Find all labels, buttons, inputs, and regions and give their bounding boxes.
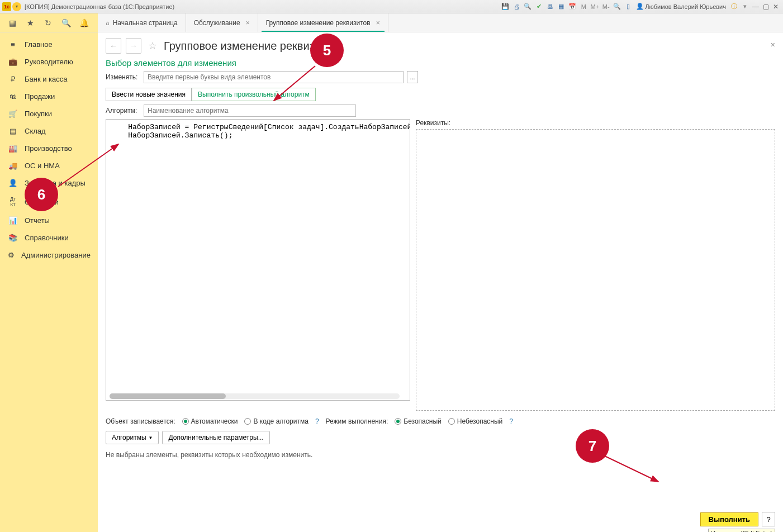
m-plus-button[interactable]: M+ bbox=[590, 2, 600, 12]
minimize-button[interactable]: — bbox=[751, 2, 761, 12]
maximize-button[interactable]: ▢ bbox=[761, 2, 771, 12]
sidebar-item-sales[interactable]: 🛍Продажи bbox=[0, 88, 98, 105]
briefcase-icon: 💼 bbox=[8, 58, 18, 66]
code-text: НаборЗаписей = РегистрыСведений[Список з… bbox=[111, 123, 410, 140]
nav-back-button[interactable]: ← bbox=[106, 38, 121, 54]
print2-icon[interactable]: 🖶 bbox=[545, 2, 555, 12]
close-page-icon[interactable]: × bbox=[771, 40, 775, 49]
tab-service-label: Обслуживание bbox=[194, 19, 240, 27]
chart-icon: 📊 bbox=[8, 216, 18, 225]
tab-home[interactable]: ⌂Начальная страница bbox=[98, 13, 186, 32]
layout-icon[interactable]: ▯ bbox=[623, 2, 633, 12]
sidebar-item-refs[interactable]: 📚Справочники bbox=[0, 229, 98, 246]
home-icon: ⌂ bbox=[106, 20, 110, 26]
mode-new-values-button[interactable]: Ввести новые значения bbox=[106, 88, 192, 101]
work-area: НаборЗаписей = РегистрыСведений[Список з… bbox=[106, 119, 775, 411]
section-title: Выбор элементов для изменения bbox=[106, 58, 775, 68]
tab-home-label: Начальная страница bbox=[113, 19, 178, 27]
sidebar-item-warehouse[interactable]: ▤Склад bbox=[0, 122, 98, 140]
requisites-box[interactable] bbox=[416, 129, 775, 411]
bag-icon: 🛍 bbox=[8, 92, 18, 101]
change-input[interactable] bbox=[144, 71, 404, 83]
execute-button[interactable]: Выполнить bbox=[700, 512, 758, 526]
zoom-icon[interactable]: 🔍 bbox=[612, 2, 622, 12]
extra-params-button[interactable]: Дополнительные параметры... bbox=[162, 431, 269, 444]
radio-in-code[interactable]: В коде алгоритма bbox=[244, 417, 308, 425]
sidebar-label: Банк и касса bbox=[25, 75, 68, 83]
tab-service[interactable]: Обслуживание× bbox=[186, 13, 258, 32]
factory-icon: 🏭 bbox=[8, 144, 18, 153]
sidebar-label: Покупки bbox=[25, 110, 52, 118]
favorite-star-icon[interactable]: ☆ bbox=[148, 40, 157, 52]
sidebar-item-purchases[interactable]: 🛒Покупки bbox=[0, 105, 98, 122]
code-scrollbar[interactable] bbox=[110, 393, 400, 399]
sidebar-item-admin[interactable]: ⚙Администрирование bbox=[0, 246, 98, 264]
help-write-icon[interactable]: ? bbox=[315, 417, 319, 425]
apps-icon[interactable]: ▦ bbox=[7, 17, 18, 28]
algorithm-label: Алгоритм: bbox=[106, 107, 140, 115]
calendar-icon[interactable]: 📅 bbox=[567, 2, 577, 12]
table-icon[interactable]: ▦ bbox=[556, 2, 566, 12]
sidebar-item-manager[interactable]: 💼Руководителю bbox=[0, 53, 98, 70]
radio-unsafe-label: Небезопасный bbox=[457, 417, 503, 425]
radio-unsafe[interactable]: Небезопасный bbox=[448, 417, 503, 425]
tab-service-close-icon[interactable]: × bbox=[246, 19, 250, 27]
radio-safe-label: Безопасный bbox=[404, 417, 441, 425]
bell-icon[interactable]: 🔔 bbox=[78, 17, 89, 28]
nav-forward-button[interactable]: → bbox=[126, 38, 141, 54]
sidebar: ≡Главное 💼Руководителю ₽Банк и касса 🛍Пр… bbox=[0, 32, 98, 532]
toolbar-shortcuts: ▦ ★ ↻ 🔍 🔔 bbox=[0, 13, 98, 32]
options-row: Объект записывается: Автоматически В код… bbox=[106, 417, 775, 425]
truck-icon: 🚚 bbox=[8, 162, 18, 170]
main-content: ← → ☆ Групповое изменение реквизитов × В… bbox=[98, 32, 783, 532]
sidebar-item-production[interactable]: 🏭Производство bbox=[0, 140, 98, 157]
tab-group-change[interactable]: Групповое изменение реквизитов× bbox=[258, 13, 388, 32]
tab-group-close-icon[interactable]: × bbox=[376, 19, 380, 27]
cart-icon: 🛒 bbox=[8, 110, 18, 118]
titlebar: 1c ▾ [КОПИЯ] Демонстрационная база (1С:П… bbox=[0, 0, 783, 13]
m-button[interactable]: M bbox=[578, 2, 589, 12]
book-icon: 📚 bbox=[8, 234, 18, 242]
bottom-actions: Выполнить ? bbox=[700, 512, 775, 526]
dropdown2-icon[interactable]: ▾ bbox=[740, 2, 750, 12]
mode-algorithm-button[interactable]: Выполнить произвольный алгоритм bbox=[192, 88, 316, 101]
sidebar-label: Главное bbox=[25, 40, 53, 49]
algorithm-input[interactable] bbox=[144, 104, 356, 117]
change-field-row: Изменять: ... bbox=[106, 71, 775, 83]
annotation-5: 5 bbox=[310, 34, 344, 67]
sidebar-label: Справочники bbox=[25, 234, 69, 242]
save-icon[interactable]: 💾 bbox=[500, 2, 510, 12]
close-window-button[interactable]: ✕ bbox=[771, 2, 781, 12]
info-icon[interactable]: ⓘ bbox=[729, 2, 739, 12]
compare-icon[interactable]: ✔ bbox=[534, 2, 544, 12]
sidebar-item-bank[interactable]: ₽Банк и касса bbox=[0, 70, 98, 88]
m-minus-button[interactable]: M- bbox=[601, 2, 611, 12]
help-mode-icon[interactable]: ? bbox=[509, 417, 513, 425]
code-editor[interactable]: НаборЗаписей = РегистрыСведений[Список з… bbox=[106, 119, 410, 401]
mode-buttons: Ввести новые значения Выполнить произвол… bbox=[106, 88, 775, 101]
star-icon[interactable]: ★ bbox=[25, 17, 36, 28]
radio-dot-icon bbox=[244, 418, 251, 425]
sidebar-item-reports[interactable]: 📊Отчеты bbox=[0, 212, 98, 229]
print-icon[interactable]: 🖨 bbox=[511, 2, 521, 12]
window-title: [КОПИЯ] Демонстрационная база (1С:Предпр… bbox=[25, 3, 174, 10]
algorithms-button[interactable]: Алгоритмы▼ bbox=[106, 431, 159, 444]
gear-icon: ⚙ bbox=[8, 251, 15, 259]
code-scrollbar-thumb[interactable] bbox=[110, 393, 226, 399]
change-ellipsis-button[interactable]: ... bbox=[407, 71, 418, 83]
sidebar-item-main[interactable]: ≡Главное bbox=[0, 36, 98, 53]
help-button[interactable]: ? bbox=[762, 512, 775, 526]
search-icon[interactable]: 🔍 bbox=[60, 17, 72, 28]
sidebar-label: Склад bbox=[25, 127, 46, 135]
toolbar: ▦ ★ ↻ 🔍 🔔 ⌂Начальная страница Обслуживан… bbox=[0, 13, 783, 32]
radio-auto[interactable]: Автоматически bbox=[182, 417, 238, 425]
preview-icon[interactable]: 🔍 bbox=[523, 2, 533, 12]
menu-icon: ≡ bbox=[8, 40, 18, 49]
sidebar-item-assets[interactable]: 🚚ОС и НМА bbox=[0, 157, 98, 174]
user-label[interactable]: 👤Любимов Валерий Юрьевич bbox=[636, 3, 726, 10]
sidebar-label: ОС и НМА bbox=[25, 162, 60, 170]
app-menu-dropdown-icon[interactable]: ▾ bbox=[12, 2, 21, 11]
history-icon[interactable]: ↻ bbox=[42, 17, 54, 28]
radio-safe[interactable]: Безопасный bbox=[395, 417, 441, 425]
radio-dot-icon bbox=[395, 418, 401, 425]
